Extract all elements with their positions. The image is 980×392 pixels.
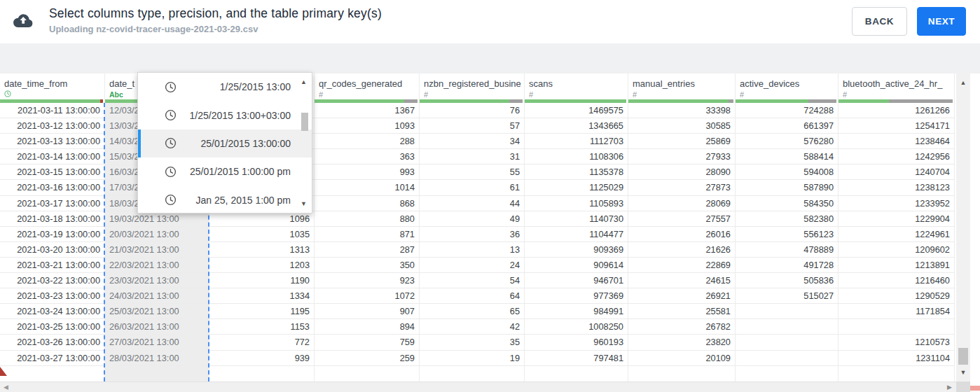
table-cell[interactable]: 556123 [736,227,838,242]
table-cell[interactable]: 880 [315,211,419,227]
next-button[interactable]: NEXT [917,7,966,36]
table-cell[interactable]: 64 [420,288,524,304]
table-cell[interactable]: 1254171 [838,118,954,134]
table-cell[interactable]: 54 [420,273,524,288]
table-cell[interactable]: 478889 [736,242,838,258]
table-cell[interactable]: 26016 [628,227,735,242]
dropdown-scroll-up-icon[interactable]: ▲ [301,78,307,85]
table-cell[interactable]: 515027 [736,288,838,304]
table-cell[interactable]: 24/03/2021 13:00 [105,288,209,304]
table-cell[interactable]: 30585 [628,118,735,134]
table-cell[interactable]: 724288 [736,103,838,118]
scroll-down-icon[interactable]: ▼ [956,369,970,376]
table-cell[interactable]: 977369 [525,288,628,304]
table-cell[interactable]: 909614 [525,258,628,273]
table-cell[interactable]: 20/03/2021 13:00 [105,227,209,242]
table-cell[interactable]: 350 [315,258,419,273]
table-cell[interactable]: 576280 [736,134,838,149]
table-cell[interactable]: 939 [209,351,314,366]
table-cell[interactable]: 1238464 [838,134,954,149]
vertical-scrollbar-thumb[interactable] [958,348,968,365]
table-cell[interactable]: 1195 [209,304,314,319]
scroll-up-icon[interactable]: ▲ [956,79,970,86]
table-column-scans[interactable]: scans#1469575134366511127031108306113537… [525,74,628,382]
table-cell[interactable]: 1112703 [525,134,628,149]
table-cell[interactable]: 1224961 [838,227,954,242]
dropdown-scrollbar-thumb[interactable] [301,113,308,131]
table-column-nzbn_registered_busine[interactable]: nzbn_registered_busine#76573431556144493… [420,74,525,382]
table-cell[interactable]: 587890 [736,180,838,195]
table-cell[interactable]: 1290529 [838,288,954,304]
table-cell[interactable]: 1213891 [838,258,954,273]
table-cell[interactable]: 2021-03-25 13:00:00 [0,319,104,335]
table-column-active_devices[interactable]: active_devices#7242886613975762805884145… [736,74,838,382]
scroll-right-icon[interactable]: ▶ [947,384,952,391]
table-cell[interactable]: 21626 [628,242,735,258]
table-cell[interactable]: 2021-03-19 13:00:00 [0,227,104,242]
table-cell[interactable]: 55 [420,164,524,180]
table-cell[interactable]: 1469575 [525,103,628,118]
table-column-manual_entries[interactable]: manual_entries#3339830585258692793328090… [628,74,736,382]
table-column-bluetooth_active_24_hr_[interactable]: bluetooth_active_24_hr_#1261266125417112… [838,74,955,382]
table-cell[interactable]: 1238123 [838,180,954,195]
back-button[interactable]: BACK [852,7,907,36]
table-cell[interactable] [736,335,838,350]
table-cell[interactable]: 26782 [628,319,735,335]
table-cell[interactable]: 946701 [525,273,628,288]
table-cell[interactable]: 61 [420,180,524,195]
table-cell[interactable]: 287 [315,242,419,258]
table-cell[interactable]: 2021-03-26 13:00:00 [0,335,104,350]
table-cell[interactable]: 772 [209,335,314,350]
table-cell[interactable]: 584350 [736,196,838,211]
table-cell[interactable]: 26921 [628,288,735,304]
table-cell[interactable]: 2021-03-23 13:00:00 [0,288,104,304]
table-cell[interactable]: 1135378 [525,164,628,180]
table-cell[interactable]: 20109 [628,351,735,366]
table-cell[interactable]: 759 [315,335,419,350]
table-cell[interactable] [736,351,838,366]
table-cell[interactable]: 2021-03-11 13:00:00 [0,103,104,118]
table-cell[interactable] [736,304,838,319]
table-cell[interactable]: 1203 [209,258,314,273]
dropdown-item[interactable]: 1/25/2015 13:00+03:00 [138,101,312,129]
table-cell[interactable]: 2021-03-21 13:00:00 [0,258,104,273]
table-cell[interactable]: 22/03/2021 13:00 [105,258,209,273]
dropdown-item[interactable]: 25/01/2015 1:00:00 pm [138,158,312,186]
table-cell[interactable]: 57 [420,118,524,134]
table-cell[interactable]: 1231104 [838,351,954,366]
table-column-qr_codes_generated[interactable]: qr_codes_generated#136710932883639931014… [315,74,420,382]
table-cell[interactable]: 2021-03-17 13:00:00 [0,196,104,211]
table-cell[interactable]: 1072 [315,288,419,304]
table-cell[interactable]: 1242956 [838,149,954,164]
table-cell[interactable]: 2021-03-15 13:00:00 [0,164,104,180]
table-cell[interactable]: 505836 [736,273,838,288]
table-cell[interactable]: 2021-03-14 13:00:00 [0,149,104,164]
table-cell[interactable]: 1343665 [525,118,628,134]
table-cell[interactable]: 1229904 [838,211,954,227]
table-cell[interactable]: 2021-03-22 13:00:00 [0,273,104,288]
table-cell[interactable]: 960193 [525,335,628,350]
table-cell[interactable]: 76 [420,103,524,118]
table-cell[interactable]: 923 [315,273,419,288]
dropdown-item[interactable]: 25/01/2015 13:00:00 [138,130,312,158]
table-cell[interactable]: 13 [420,242,524,258]
table-cell[interactable]: 25869 [628,134,735,149]
table-cell[interactable]: 1233952 [838,196,954,211]
table-cell[interactable]: 2021-03-27 13:00:00 [0,351,104,366]
table-cell[interactable]: 25581 [628,304,735,319]
table-cell[interactable]: 491728 [736,258,838,273]
table-cell[interactable]: 797481 [525,351,628,366]
table-cell[interactable]: 1153 [209,319,314,335]
table-cell[interactable]: 49 [420,211,524,227]
table-cell[interactable]: 1108306 [525,149,628,164]
table-cell[interactable]: 1008250 [525,319,628,335]
table-cell[interactable]: 2021-03-13 13:00:00 [0,134,104,149]
table-cell[interactable]: 1014 [315,180,419,195]
table-cell[interactable]: 1190 [209,273,314,288]
table-cell[interactable] [838,319,954,335]
table-cell[interactable]: 1093 [315,118,419,134]
table-cell[interactable]: 21/03/2021 13:00 [105,242,209,258]
table-cell[interactable]: 1125029 [525,180,628,195]
table-cell[interactable]: 28090 [628,164,735,180]
table-cell[interactable]: 1171854 [838,304,954,319]
